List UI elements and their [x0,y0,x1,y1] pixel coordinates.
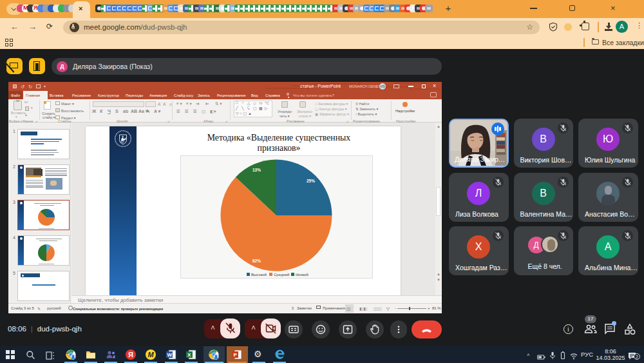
svg-text:Высокий: Высокий [251,273,267,277]
svg-text:P: P [233,352,237,358]
svg-text:Средний: Средний [274,273,289,277]
svg-text:W: W [167,352,173,358]
svg-text:X: X [187,352,191,358]
svg-text:25%: 25% [307,179,315,183]
svg-text:62%: 62% [252,259,261,263]
svg-text:13%: 13% [252,168,261,172]
svg-text:Низкий: Низкий [296,273,308,277]
